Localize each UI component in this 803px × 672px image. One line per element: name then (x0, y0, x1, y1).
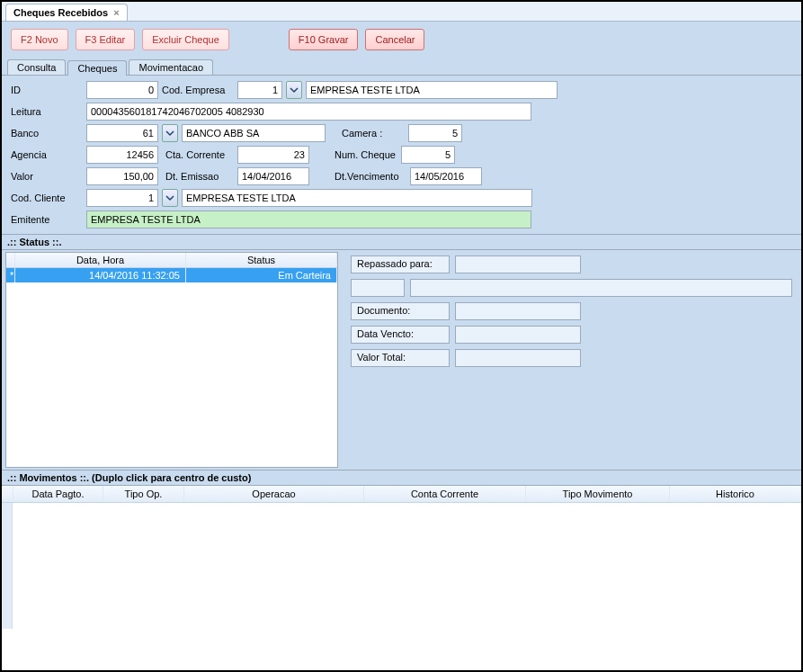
banco-input[interactable] (86, 124, 158, 142)
save-button[interactable]: F10 Gravar (289, 29, 359, 50)
num-cheque-input[interactable] (401, 146, 455, 164)
agencia-input[interactable] (86, 146, 158, 164)
camera-label: Camera : (342, 128, 405, 139)
lookup-banco-button[interactable] (162, 124, 178, 142)
leitura-input[interactable] (86, 103, 531, 121)
status-row-marker: * (6, 268, 15, 282)
window-tab-strip: Cheques Recebidos × (2, 2, 801, 22)
tab-cheques[interactable]: Cheques (67, 60, 127, 76)
cod-cliente-label: Cod. Cliente (11, 193, 83, 203)
movimentos-grid-body (2, 503, 801, 629)
movimentos-grid[interactable]: Data Pagto. Tipo Op. Operacao Conta Corr… (2, 485, 801, 670)
inner-tab-strip: Consulta Cheques Movimentacao (2, 58, 801, 76)
chevron-down-icon (165, 193, 174, 202)
banco-label: Banco (11, 128, 83, 139)
status-row-status: Em Carteira (186, 268, 337, 282)
agencia-label: Agencia (11, 149, 83, 160)
emitente-label: Emitente (11, 214, 83, 225)
dt-vencimento-input[interactable] (410, 167, 482, 185)
status-col-status[interactable]: Status (186, 253, 337, 267)
new-button[interactable]: F2 Novo (11, 29, 68, 50)
dt-emissao-input[interactable] (237, 167, 309, 185)
leitura-label: Leitura (11, 106, 83, 117)
mov-col-conta-corrente[interactable]: Conta Corrente (364, 486, 526, 502)
documento-value (455, 302, 581, 320)
repassado-extra2 (410, 279, 792, 297)
movimentos-grid-header: Data Pagto. Tipo Op. Operacao Conta Corr… (2, 486, 801, 503)
banco-nome-display (182, 124, 326, 142)
valor-label: Valor (11, 171, 83, 182)
num-cheque-label: Num. Cheque (335, 149, 397, 160)
close-icon[interactable]: × (113, 7, 119, 18)
movimentos-section-header: .:: Movimentos ::. (Duplo click para cen… (2, 470, 801, 485)
cta-corrente-input[interactable] (237, 146, 309, 164)
status-panel: Data, Hora Status * 14/04/2016 11:32:05 … (2, 249, 801, 470)
valor-total-label: Valor Total: (351, 349, 450, 367)
id-input[interactable] (86, 81, 158, 99)
tab-consulta[interactable]: Consulta (7, 59, 66, 75)
data-vencto-value (455, 326, 581, 344)
mov-col-tipo-movimento[interactable]: Tipo Movimento (526, 486, 670, 502)
mov-col-tipo-op[interactable]: Tipo Op. (103, 486, 184, 502)
cliente-nome-display (182, 189, 532, 207)
valor-input[interactable] (86, 167, 158, 185)
cta-corrente-label: Cta. Corrente (162, 149, 234, 160)
status-row[interactable]: * 14/04/2016 11:32:05 Em Carteira (6, 268, 337, 282)
mov-col-data-pagto[interactable]: Data Pagto. (13, 486, 103, 502)
chevron-down-icon (290, 85, 299, 94)
status-section-header: .:: Status ::. (2, 234, 801, 249)
status-col-data-hora[interactable]: Data, Hora (15, 253, 186, 267)
chevron-down-icon (165, 129, 174, 138)
edit-button[interactable]: F3 Editar (76, 29, 136, 50)
delete-button[interactable]: Excluir Cheque (142, 29, 229, 50)
id-label: ID (11, 85, 83, 95)
emitente-input[interactable] (86, 211, 531, 228)
cancel-button[interactable]: Cancelar (365, 29, 424, 50)
status-grid[interactable]: Data, Hora Status * 14/04/2016 11:32:05 … (5, 252, 338, 468)
empresa-nome-display (306, 81, 558, 99)
movimentos-row-marker (2, 503, 13, 629)
cod-empresa-label: Cod. Empresa (162, 85, 234, 95)
status-side-panel: Repassado para: Documento: Data Vencto: … (342, 250, 801, 470)
dt-emissao-label: Dt. Emissao (162, 171, 234, 182)
window-tab-cheques-recebidos[interactable]: Cheques Recebidos × (5, 4, 128, 21)
data-vencto-label: Data Vencto: (351, 326, 450, 344)
repassado-value (455, 255, 581, 273)
form-area: ID Cod. Empresa Leitura Banco Camera : (2, 76, 801, 234)
documento-label: Documento: (351, 302, 450, 320)
repassado-extra1 (351, 279, 405, 297)
repassado-label: Repassado para: (351, 255, 450, 273)
mov-col-historico[interactable]: Historico (670, 486, 801, 502)
dt-vencimento-label: Dt.Vencimento (335, 171, 406, 182)
app-window: Cheques Recebidos × F2 Novo F3 Editar Ex… (0, 0, 803, 672)
cod-cliente-input[interactable] (86, 189, 158, 207)
toolbar: F2 Novo F3 Editar Excluir Cheque F10 Gra… (2, 22, 801, 58)
window-tab-title: Cheques Recebidos (13, 7, 108, 18)
camera-input[interactable] (408, 124, 462, 142)
status-row-data-hora: 14/04/2016 11:32:05 (15, 268, 186, 282)
mov-col-operacao[interactable]: Operacao (184, 486, 364, 502)
lookup-cliente-button[interactable] (162, 189, 178, 207)
lookup-empresa-button[interactable] (286, 81, 302, 99)
valor-total-value (455, 349, 581, 367)
cod-empresa-input[interactable] (237, 81, 282, 99)
tab-movimentacao[interactable]: Movimentacao (129, 59, 213, 75)
status-grid-header: Data, Hora Status (6, 253, 337, 268)
